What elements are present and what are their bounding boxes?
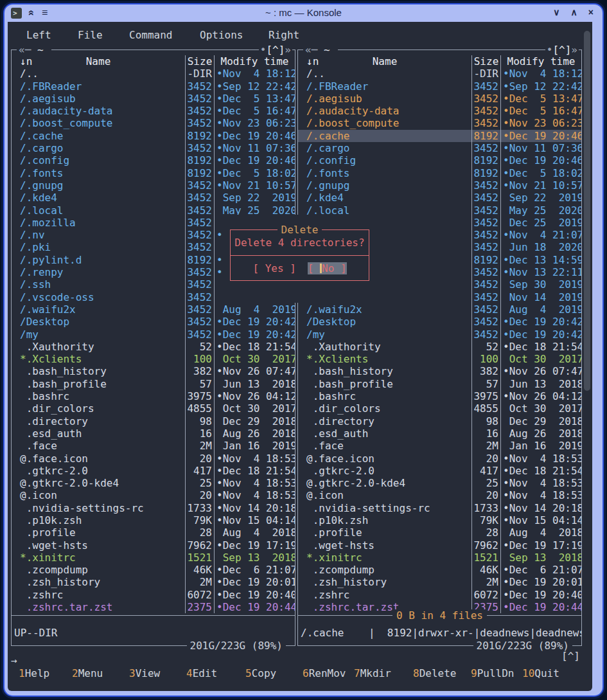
file-row[interactable]: .zshrc6072•Dec 19 20:40 [12, 589, 295, 601]
scrollbar-thumb[interactable] [584, 31, 590, 391]
bottom-panel-corner[interactable]: [^] [561, 650, 580, 662]
file-row[interactable]: .p10k.zsh79K•Nov 15 04:14 [12, 514, 295, 526]
file-row[interactable]: .zcompdump46K•Dec 6 21:07 [298, 564, 581, 576]
menu-item-right[interactable]: Right [268, 29, 299, 41]
file-row[interactable]: .zsh_history2M•Dec 19 20:01 [298, 576, 581, 588]
right-panel-top-corner[interactable]: •[^]» [545, 44, 579, 56]
file-row[interactable]: /.boost_compute3452•Nov 23 06:23 [298, 117, 581, 129]
column-header-size[interactable]: Size [471, 55, 500, 67]
file-row[interactable]: /.gnupg3452•Nov 21 10:57 [12, 179, 295, 192]
fkey-help[interactable]: 1Help [19, 667, 49, 679]
file-row[interactable]: .nvidia-settings-rc1733•Nov 14 20:18 [12, 502, 295, 514]
file-row[interactable]: .wget-hsts7962•Dec 19 17:19 [12, 539, 295, 552]
fkey-mkdir[interactable]: 7Mkdir [354, 667, 391, 679]
file-row[interactable]: /.FBReader3452•Sep 12 22:42 [298, 80, 581, 93]
file-row[interactable]: /.cargo3452•Nov 11 07:36 [298, 142, 581, 154]
file-row[interactable]: .bash_profile57 Jun 13 2018 [298, 378, 581, 390]
column-header-mtime[interactable]: Modify time [214, 55, 295, 67]
file-row[interactable]: .bash_history382•Nov 26 07:47 [12, 365, 295, 377]
file-row[interactable]: .bash_history382•Nov 26 07:47 [298, 365, 581, 377]
file-row[interactable]: /.boost_compute3452•Nov 23 06:23 [12, 117, 295, 129]
file-row[interactable]: /.cargo3452•Nov 11 07:36 [12, 142, 295, 154]
file-row[interactable]: .directory98 Dec 29 2018 [12, 415, 295, 427]
file-row[interactable]: .zshrc.tar.zst2375•Dec 19 20:44 [12, 601, 295, 613]
file-row[interactable]: .wget-hsts7962•Dec 19 17:19 [298, 539, 581, 552]
close-icon[interactable]: × [588, 7, 594, 17]
file-row[interactable]: .gtkrc-2.0417•Dec 18 21:54 [12, 465, 295, 477]
file-row[interactable]: /my3452•Dec 19 20:42 [298, 328, 581, 341]
file-row[interactable]: .zcompdump46K•Dec 6 21:07 [12, 564, 295, 576]
menu-item-options[interactable]: Options [200, 29, 243, 41]
file-row[interactable]: @.face.icon20•Nov 4 18:53 [12, 453, 295, 465]
file-row[interactable]: .bash_profile57 Jun 13 2018 [12, 378, 295, 390]
file-row[interactable]: @.icon20•Nov 4 18:53 [298, 489, 581, 501]
file-row[interactable]: /.gnupg3452•Nov 21 10:57 [298, 179, 581, 192]
file-row[interactable]: /.audacity-data3452•Dec 5 16:47 [298, 105, 581, 117]
file-row[interactable]: .nvidia-settings-rc1733•Nov 14 20:18 [298, 502, 581, 514]
file-row[interactable]: @.gtkrc-2.0-kde425•Nov 4 18:53 [12, 477, 295, 489]
menu-item-command[interactable]: Command [129, 29, 172, 41]
column-header-name[interactable]: ↓nName [298, 55, 471, 67]
file-row[interactable]: /.FBReader3452•Sep 12 22:42 [12, 80, 295, 93]
column-header-name[interactable]: ↓nName [12, 55, 185, 67]
file-row[interactable]: /my3452•Dec 19 20:42 [12, 328, 295, 341]
file-row[interactable]: .directory98 Dec 29 2018 [298, 415, 581, 427]
file-row[interactable]: /..-DIR•Nov 4 18:12 [12, 67, 295, 80]
file-row[interactable]: .face2M Jan 16 2019 [298, 440, 581, 452]
file-row[interactable]: /.aegisub3452•Dec 5 13:47 [298, 93, 581, 105]
file-row[interactable]: .esd_auth16 Aug 26 2018 [298, 427, 581, 440]
left-panel-path[interactable]: «─ ~ [17, 44, 51, 56]
file-row[interactable]: /Desktop3452•Dec 19 20:42 [12, 316, 295, 328]
file-row[interactable]: /.waifu2x3452 Aug 4 2019 [298, 303, 581, 316]
file-row[interactable]: .dir_colors4855 Oct 30 2017 [298, 402, 581, 415]
file-row[interactable]: .gtkrc-2.0417•Dec 18 21:54 [298, 465, 581, 477]
fkey-view[interactable]: 3View [129, 667, 160, 679]
maximize-icon[interactable]: ∧ [571, 7, 577, 17]
file-row[interactable]: /.waifu2x3452 Aug 4 2019 [12, 303, 295, 316]
fkey-edit[interactable]: 4Edit [186, 667, 217, 679]
file-row[interactable]: /.cache8192•Dec 19 20:46 [298, 130, 581, 142]
file-row[interactable]: /.fonts8192•Dec 5 18:02 [298, 167, 581, 179]
file-row[interactable]: *.Xclients100 Oct 30 2017 [12, 353, 295, 365]
file-row[interactable]: *.xinitrc1521 Sep 13 2018 [298, 552, 581, 564]
fkey-menu[interactable]: 2Menu [72, 667, 103, 679]
file-row[interactable]: .dir_colors4855 Oct 30 2017 [12, 402, 295, 415]
file-row[interactable]: /.aegisub3452•Dec 5 13:47 [12, 93, 295, 105]
column-header-mtime[interactable]: Modify time [500, 55, 581, 67]
file-row[interactable]: /..-DIR•Nov 4 18:12 [298, 67, 581, 80]
file-row[interactable]: .p10k.zsh79K•Nov 15 04:14 [298, 514, 581, 526]
file-row[interactable]: .bashrc3975•Nov 26 04:12 [298, 390, 581, 402]
shell-prompt[interactable]: → [11, 654, 17, 667]
file-row[interactable]: @.face.icon20•Nov 4 18:53 [298, 453, 581, 465]
file-row[interactable]: /Desktop3452•Dec 19 20:42 [298, 316, 581, 328]
file-row[interactable]: /.audacity-data3452•Dec 5 16:47 [12, 105, 295, 117]
file-row[interactable]: .face2M Jan 16 2019 [12, 440, 295, 452]
file-row[interactable]: /.kde43452 Sep 22 2019 [298, 192, 581, 204]
file-row[interactable]: @.gtkrc-2.0-kde425•Nov 4 18:53 [298, 477, 581, 489]
fkey-copy[interactable]: 5Copy [245, 667, 276, 679]
file-row[interactable]: *.Xclients100 Oct 30 2017 [298, 353, 581, 365]
title-bar[interactable]: > « ≡ ~ : mc — Konsole ∨ ∧ × [4, 4, 603, 22]
file-row[interactable]: .zsh_history2M•Dec 19 20:01 [12, 576, 295, 588]
left-panel-top-corner[interactable]: •[^]» [259, 44, 292, 56]
file-row[interactable]: /.config8192•Dec 19 20:46 [298, 154, 581, 166]
file-row[interactable]: *.xinitrc1521 Sep 13 2018 [12, 552, 295, 564]
fkey-pulldn[interactable]: 9PullDn [471, 667, 514, 679]
file-row[interactable]: .profile28 Aug 4 2018 [12, 526, 295, 539]
file-row[interactable]: /.kde43452 Sep 22 2019 [12, 192, 295, 204]
file-row[interactable]: .esd_auth16 Aug 26 2018 [12, 427, 295, 440]
file-row[interactable]: .profile28 Aug 4 2018 [298, 526, 581, 539]
file-row[interactable]: /.config8192•Dec 19 20:46 [12, 154, 295, 166]
no-button[interactable]: [ No ] [308, 262, 347, 274]
menu-item-file[interactable]: File [78, 29, 103, 41]
yes-button[interactable]: [ Yes ] [252, 262, 295, 274]
minimize-icon[interactable]: ∨ [553, 7, 559, 17]
file-row[interactable]: .Xauthority52•Dec 18 21:54 [12, 341, 295, 353]
file-row[interactable]: /.fonts8192•Dec 5 18:02 [12, 167, 295, 179]
file-row[interactable]: /.cache8192•Dec 19 20:46 [12, 130, 295, 142]
file-row[interactable]: .Xauthority52•Dec 18 21:54 [298, 341, 581, 353]
column-header-size[interactable]: Size [185, 55, 214, 67]
right-panel-path[interactable]: «─ ~ [303, 44, 338, 56]
file-row[interactable]: .bashrc3975•Nov 26 04:12 [12, 390, 295, 402]
menu-item-left[interactable]: Left [26, 29, 51, 41]
